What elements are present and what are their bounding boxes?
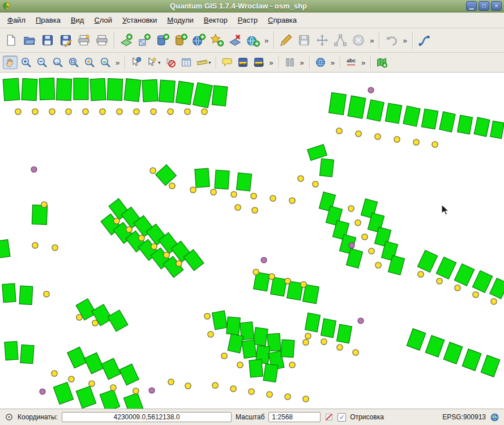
layer-v-plus-icon bbox=[119, 33, 133, 47]
render-checkbox[interactable]: ✓ bbox=[338, 413, 346, 422]
move-feature-button[interactable] bbox=[314, 32, 331, 48]
point-feature bbox=[69, 376, 74, 382]
building bbox=[319, 159, 334, 177]
node-tool-button[interactable] bbox=[332, 32, 349, 48]
toolbar-separator bbox=[279, 56, 279, 69]
menu-plugins[interactable]: Модули bbox=[162, 14, 199, 27]
building bbox=[321, 318, 336, 337]
close-button[interactable]: × bbox=[491, 1, 502, 11]
new-shapefile-layer-button[interactable] bbox=[208, 32, 225, 48]
add-vector-layer-button[interactable] bbox=[118, 32, 135, 48]
add-wfs-layer-button[interactable] bbox=[245, 32, 262, 48]
new-bookmark-button[interactable]: HOT bbox=[236, 56, 250, 69]
menu-settings[interactable]: Установки bbox=[117, 14, 162, 27]
save-edits-button[interactable] bbox=[296, 32, 313, 48]
menu-layer[interactable]: Слой bbox=[89, 14, 117, 27]
toolbar-overflow-chevron[interactable]: » bbox=[263, 36, 270, 45]
map-tips-button[interactable] bbox=[220, 56, 234, 69]
cancel-edits-button[interactable] bbox=[350, 32, 367, 48]
building bbox=[19, 286, 33, 304]
gps-tools-button[interactable] bbox=[416, 32, 433, 48]
point-feature bbox=[231, 192, 237, 197]
select-features-button[interactable]: ▾ bbox=[144, 56, 162, 69]
show-bookmarks-button[interactable]: HOME bbox=[251, 56, 266, 69]
menu-help[interactable]: Справка bbox=[263, 14, 302, 27]
point-feature bbox=[285, 394, 291, 400]
map-canvas[interactable] bbox=[0, 73, 504, 409]
add-raster-layer-button[interactable] bbox=[136, 32, 153, 48]
building bbox=[20, 345, 34, 363]
point-feature bbox=[270, 196, 276, 201]
toolbar-overflow-chevron[interactable]: » bbox=[298, 58, 306, 67]
toolbar-overflow-chevron[interactable]: » bbox=[401, 36, 408, 45]
save-project-as-button[interactable] bbox=[57, 32, 74, 48]
menu-view[interactable]: Вид bbox=[66, 14, 89, 27]
projection-globe-icon[interactable] bbox=[490, 413, 499, 422]
undo-button[interactable] bbox=[383, 32, 400, 48]
point-feature bbox=[432, 142, 438, 147]
point-feature bbox=[169, 183, 175, 189]
add-postgis-layer-button[interactable] bbox=[154, 32, 171, 48]
open-project-button[interactable] bbox=[21, 32, 38, 48]
building bbox=[142, 79, 158, 101]
toolbar-separator bbox=[412, 31, 413, 49]
zoom-to-layer-button[interactable] bbox=[98, 56, 113, 69]
toolbar-overflow-chevron[interactable]: » bbox=[329, 58, 336, 67]
composer-manager-button[interactable] bbox=[93, 32, 110, 48]
toolbar-overflow-chevron[interactable]: » bbox=[360, 58, 367, 67]
point-feature bbox=[204, 313, 210, 319]
pan-map-button[interactable] bbox=[3, 56, 18, 69]
coordinates-input[interactable]: 4230009.0,5612138.0 bbox=[62, 412, 232, 422]
coordinate-capture-button[interactable] bbox=[313, 56, 328, 69]
zoom-full-extent-button[interactable] bbox=[66, 56, 81, 69]
new-project-button[interactable] bbox=[3, 32, 20, 48]
deselect-features-button[interactable] bbox=[163, 56, 178, 69]
add-wms-layer-button[interactable] bbox=[190, 32, 207, 48]
zoom-actual-size-button[interactable]: 1:1 bbox=[50, 56, 65, 69]
stop-render-icon[interactable] bbox=[324, 413, 334, 422]
new-print-composer-button[interactable] bbox=[75, 32, 92, 48]
minimize-button[interactable]: ▁ bbox=[466, 1, 477, 11]
zoom-in-button[interactable] bbox=[19, 56, 33, 69]
dropdown-caret-icon[interactable]: ▾ bbox=[208, 60, 211, 65]
add-spatialite-layer-button[interactable] bbox=[172, 32, 189, 48]
point-feature bbox=[348, 206, 354, 211]
cursor-info-icon: i bbox=[130, 57, 142, 68]
toolbar-overflow-chevron[interactable]: » bbox=[368, 36, 375, 45]
measure-line-button[interactable]: ▾ bbox=[195, 56, 212, 69]
building bbox=[56, 79, 71, 101]
move-icon bbox=[315, 33, 329, 47]
toggle-editing-button[interactable] bbox=[277, 32, 294, 48]
extents-icon[interactable] bbox=[5, 413, 14, 422]
toolbar-separator bbox=[114, 31, 114, 49]
remove-layer-button[interactable] bbox=[227, 32, 244, 48]
globe-icon bbox=[315, 57, 326, 68]
toolbar-overflow-chevron[interactable]: » bbox=[114, 58, 121, 67]
maximize-button[interactable]: □ bbox=[479, 1, 489, 11]
point-feature bbox=[133, 388, 139, 394]
star-plus-icon bbox=[210, 33, 224, 47]
point-feature bbox=[49, 109, 55, 114]
cursor-star-icon bbox=[146, 57, 157, 68]
title-bar[interactable]: Quantum GIS 1.7.4-Wroclaw - osm_shp ▁ □ … bbox=[0, 0, 504, 12]
save-project-button[interactable] bbox=[39, 32, 56, 48]
point-feature bbox=[32, 109, 38, 114]
menu-raster[interactable]: Растр bbox=[233, 14, 263, 27]
scale-input[interactable]: 1:2568 bbox=[268, 412, 321, 422]
building bbox=[32, 205, 47, 225]
map-view bbox=[0, 73, 504, 409]
add-map-service-button[interactable] bbox=[374, 56, 389, 69]
labeling-button[interactable]: abc bbox=[344, 56, 358, 69]
menu-vector[interactable]: Вектор bbox=[199, 14, 233, 27]
open-attribute-table-button[interactable] bbox=[179, 56, 194, 69]
dropdown-caret-icon[interactable]: ▾ bbox=[158, 60, 160, 65]
toolbar-overflow-chevron[interactable]: » bbox=[267, 58, 275, 67]
diagram-tool-button[interactable] bbox=[283, 56, 297, 69]
identify-features-button[interactable]: i bbox=[129, 56, 143, 69]
menu-file[interactable]: Файл bbox=[2, 14, 31, 27]
zoom-to-selection-button[interactable] bbox=[82, 56, 97, 69]
menu-edit[interactable]: Правка bbox=[31, 14, 66, 27]
toolbar-separator bbox=[125, 56, 125, 69]
point-feature-purple bbox=[358, 318, 364, 324]
zoom-out-button[interactable] bbox=[35, 56, 49, 69]
